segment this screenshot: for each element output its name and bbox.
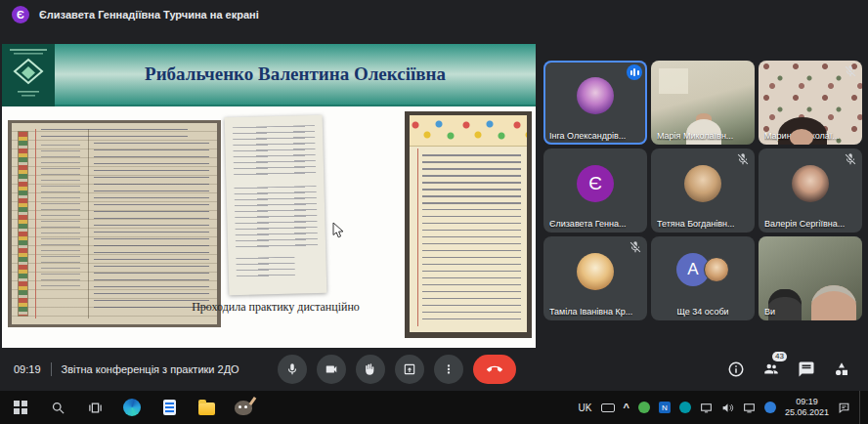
windows-taskbar: UK ^ N 09:19 25.06.2021 — [0, 391, 868, 424]
end-call-button[interactable] — [473, 355, 516, 384]
volume-tray-icon[interactable] — [721, 402, 734, 414]
handwriting-block — [94, 143, 209, 311]
avatar-photo — [792, 165, 829, 202]
edge-icon — [123, 399, 141, 416]
network-tray-icon[interactable] — [743, 402, 756, 414]
handwriting-block — [236, 257, 295, 278]
mic-muted-icon — [844, 152, 857, 166]
speaking-indicator-icon — [627, 64, 642, 80]
info-button[interactable] — [727, 360, 745, 378]
display-tray-icon[interactable] — [700, 402, 713, 414]
mic-muted-icon — [844, 64, 857, 78]
participant-tile-7[interactable]: Таміла Іванівна Кр... — [543, 236, 647, 320]
participant-tile-4[interactable]: ЄЄлизавета Генна... — [543, 148, 647, 233]
participant-name: Ви — [764, 307, 775, 317]
participant-tile-2[interactable]: Марія Миколаївн... — [651, 61, 755, 145]
edge-browser-icon[interactable] — [113, 391, 151, 424]
avatar-photo — [704, 257, 729, 282]
document-icon — [163, 400, 176, 415]
ornament-strip — [18, 131, 28, 317]
tray-expand-caret[interactable]: ^ — [624, 402, 629, 413]
slide-header: Рибальченко Валентина Олексіївна — [2, 44, 536, 106]
notebook-photo-middle — [225, 115, 327, 296]
avatar-photo — [577, 77, 614, 114]
college-logo-icon — [2, 44, 55, 106]
mic-muted-icon — [629, 240, 642, 254]
column-line — [88, 129, 89, 318]
touch-keyboard-icon[interactable] — [601, 403, 615, 412]
shared-screen-slide: Рибальченко Валентина Олексіївна — [2, 44, 536, 348]
participant-name: Тетяна Богданівн... — [657, 219, 734, 229]
clock-time: 09:19 — [785, 397, 829, 407]
presenting-text: Єлизавета Геннадіївна Турчина на екрані — [39, 9, 259, 21]
slide-caption: Проходила практику дистанційно — [149, 300, 403, 315]
avatar-letter: Є — [577, 165, 614, 202]
meeting-panels: 43 — [727, 348, 850, 391]
participant-grid: Інга Олександрів...Марія Миколаївн...Мар… — [543, 61, 862, 320]
raise-hand-button[interactable] — [356, 355, 385, 384]
handwriting-block — [41, 129, 188, 138]
camera-button[interactable] — [317, 355, 346, 384]
handwriting-block — [422, 154, 521, 320]
chat-button[interactable] — [798, 360, 815, 378]
participant-name: Ще 34 особи — [676, 307, 728, 317]
avatar-photo — [684, 165, 721, 202]
participant-name: Єлизавета Генна... — [549, 219, 627, 229]
mouse-cursor — [332, 222, 344, 239]
participant-tile-5[interactable]: Тетяна Богданівн... — [651, 148, 755, 233]
meeting-title: Звітна конференція з практики 2ДО — [62, 363, 239, 375]
participant-tile-8[interactable]: AЩе 34 особи — [651, 236, 755, 320]
presenting-banner: Є Єлизавета Геннадіївна Турчина на екран… — [0, 0, 868, 29]
search-button[interactable] — [39, 391, 76, 424]
presenter-avatar: Є — [12, 6, 29, 23]
participant-tile-6[interactable]: Валерія Сергіївна... — [759, 148, 862, 233]
handwriting-block — [233, 125, 316, 178]
participant-name: Марія Миколаївн... — [657, 131, 733, 141]
participant-tile-3[interactable]: Марина Миколаї... — [759, 61, 862, 145]
n-app-tray-icon[interactable]: N — [659, 402, 671, 413]
present-button[interactable] — [395, 355, 424, 384]
meeting-info: 09:19 Звітна конференція з практики 2ДО — [14, 348, 239, 391]
folder-icon — [198, 403, 215, 415]
notebook-paper — [410, 115, 527, 332]
notebook-photo-left — [8, 120, 221, 327]
windows-logo-icon — [14, 401, 27, 414]
slide-title: Рибальченко Валентина Олексіївна — [55, 64, 536, 85]
notebook-photo-right — [405, 111, 532, 338]
gimp-icon — [235, 401, 252, 415]
more-options-button[interactable] — [434, 355, 463, 384]
system-tray: UK ^ N 09:19 25.06.2021 — [579, 391, 868, 424]
participant-tile-9[interactable]: Ви — [759, 236, 862, 320]
taskbar-apps — [2, 391, 262, 424]
participant-tile-1[interactable]: Інга Олександрів... — [543, 61, 647, 145]
taskbar-clock[interactable]: 09:19 25.06.2021 — [785, 397, 829, 418]
document-app-icon[interactable] — [151, 391, 188, 424]
shield-tray-icon[interactable] — [638, 402, 650, 413]
mic-button[interactable] — [278, 355, 307, 384]
handwriting-block — [235, 186, 319, 248]
participant-name: Валерія Сергіївна... — [764, 219, 845, 229]
activities-button[interactable] — [833, 360, 850, 378]
language-indicator[interactable]: UK — [579, 403, 592, 413]
avatar-photo — [577, 253, 614, 290]
messenger-tray-icon[interactable] — [679, 402, 691, 413]
participants-count-badge: 43 — [772, 352, 787, 361]
action-center-button[interactable] — [838, 402, 850, 414]
participants-button[interactable]: 43 — [762, 360, 780, 378]
show-desktop-button[interactable] — [859, 391, 862, 424]
gimp-app-icon[interactable] — [225, 391, 262, 424]
participant-name: Інга Олександрів... — [549, 131, 626, 141]
slide-body: Проходила практику дистанційно — [2, 106, 536, 346]
participant-name: Таміла Іванівна Кр... — [549, 307, 632, 317]
margin-line — [417, 148, 418, 326]
start-button[interactable] — [2, 391, 39, 424]
cloud-tray-icon[interactable] — [764, 402, 776, 413]
meeting-clock: 09:19 — [14, 363, 41, 375]
file-explorer-icon[interactable] — [188, 391, 225, 424]
google-meet-window: Є Єлизавета Геннадіївна Турчина на екран… — [0, 0, 868, 424]
mic-muted-icon — [736, 152, 750, 166]
flower-border — [410, 115, 527, 147]
meet-control-bar: 09:19 Звітна конференція з практики 2ДО — [0, 348, 868, 391]
divider — [51, 362, 52, 376]
task-view-button[interactable] — [76, 391, 113, 424]
